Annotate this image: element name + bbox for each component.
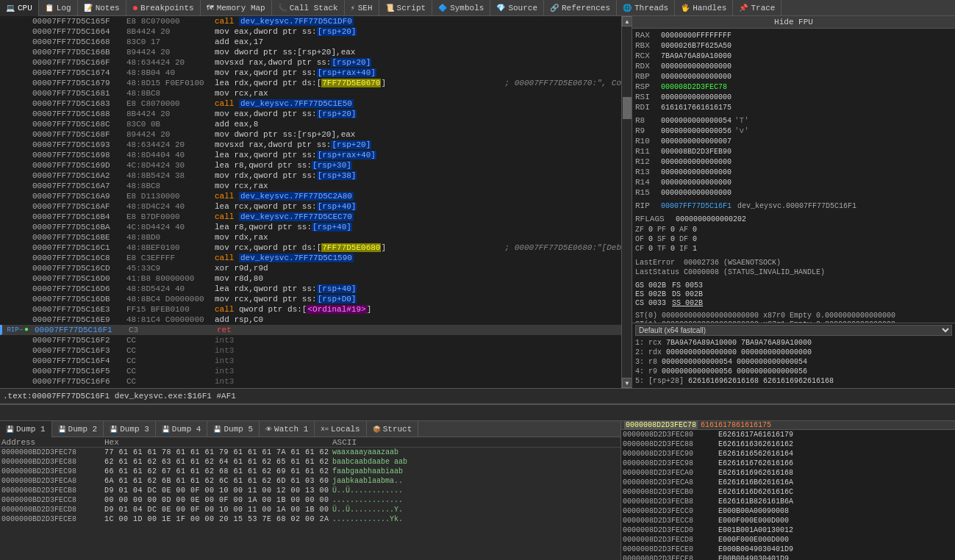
disasm-row[interactable]: 00007FF77D5C167948:8D15 F0EF0100lea rdx,… [0, 78, 621, 88]
tab-references[interactable]: 🔗 References [544, 0, 617, 16]
stack-row[interactable]: 0000008D2D3FEC90E6261616562616164 [621, 449, 955, 459]
stack-row[interactable]: 0000008D2D3FECB8E626161B826161B6A [621, 497, 955, 506]
scroll-down-btn[interactable]: ▼ [622, 378, 632, 388]
disasm-row[interactable]: 00007FF77D5C16BA4C:8D4424 40lea r8,qword… [0, 222, 621, 232]
disasm-row[interactable]: 00007FF77D5C16C148:8BEF0100mov rcx,qword… [0, 243, 621, 253]
tab-notes[interactable]: 📝 Notes [78, 0, 126, 16]
dump-tab-dump4[interactable]: 💾Dump 4 [156, 421, 208, 437]
dump-tab-locals[interactable]: x=Locals [315, 421, 366, 437]
disasm-row[interactable]: 00007FF77D5C16CD45:33C9xor r9d,r9d [0, 263, 621, 273]
dump-tab-struct[interactable]: 📦Struct [367, 421, 419, 437]
disasm-row[interactable]: 00007FF77D5C16A248:8B5424 38mov rdx,qwor… [0, 170, 621, 181]
disasm-instruction: call dev_keysvc.7FF77D5C1590 [215, 254, 621, 262]
stack-row[interactable]: 0000008D2D3FECB0E6261616D6261616C [621, 487, 955, 497]
disasm-row[interactable]: 00007FF77D5C1683E8 C8070000call dev_keys… [0, 98, 621, 109]
scroll-up-btn[interactable]: ▲ [622, 16, 632, 26]
disasm-row[interactable]: 00007FF77D5C16D041:B8 80000000mov r8d,80 [0, 273, 621, 284]
disasm-row[interactable]: 00007FF77D5C16A748:8BC8mov rcx,rax [0, 181, 621, 191]
tab-script[interactable]: 📜 Script [379, 0, 433, 16]
disasm-row[interactable]: 00007FF77D5C166F48:634424 20movsxd rax,d… [0, 57, 621, 68]
dump-tab-dump1[interactable]: 💾Dump 1 [0, 421, 52, 437]
disasm-row[interactable]: 00007FF77D5C16648B4424 20mov eax,dword p… [0, 26, 621, 37]
dump-row[interactable]: 0000000BD2D3FEC9866 61 61 62 67 61 61 62… [0, 467, 620, 476]
disasm-row[interactable]: 00007FF77D5C166883C0 17add eax,17 [0, 37, 621, 47]
disasm-row[interactable]: 00007FF77D5C16888B4424 20mov eax,dword p… [0, 109, 621, 119]
calling-convention-select[interactable]: Default (x64 fastcall) [635, 325, 952, 336]
disasm-row[interactable]: 00007FF77D5C16B4E8 B7DF0000call dev_keys… [0, 212, 621, 222]
stack-row[interactable]: 0000008D2D3FEC88E6261616362616162 [621, 439, 955, 449]
dump-tab-dump3[interactable]: 💾Dump 3 [104, 421, 156, 437]
tab-memory-map[interactable]: 🗺 Memory Map [201, 0, 272, 16]
hide-fpu-button[interactable]: Hide FPU [632, 16, 955, 29]
stack-address: 0000008D2D3FECA0 [623, 469, 718, 477]
disasm-row[interactable]: 00007FF77D5C16E948:81C4 C0000000add rsp,… [0, 315, 621, 325]
disasm-row[interactable]: 00007FF77D5C165FE8 8C070000call dev_keys… [0, 16, 621, 26]
calling-convention-row[interactable]: Default (x64 fastcall) [632, 323, 955, 337]
dump-row[interactable]: 0000000BD2D3FEC7877 61 61 61 78 61 61 61… [0, 448, 620, 457]
stack-row[interactable]: 0000008D2D3FECD8E000F000E000D000 [621, 535, 955, 545]
disasm-row[interactable]: 00007FF77D5C16DB48:8BC4 D0000000mov rcx,… [0, 294, 621, 304]
tab-symbols[interactable]: 🔷 Symbols [432, 0, 490, 16]
stack-row[interactable]: 0000008D2D3FECE0E000B0049030401D9 [621, 545, 955, 554]
tab-seh[interactable]: ⚡ SEH [345, 0, 379, 16]
stack-row[interactable]: 0000008D2D3FECC8E000F000E000D000 [621, 516, 955, 525]
stack-row[interactable]: 0000008D2D3FECA8E6261616B6261616A [621, 478, 955, 487]
stack-value: E6261616962616168 [718, 469, 793, 477]
disasm-row[interactable]: 00007FF77D5C16A9E8 D1130000call dev_keys… [0, 191, 621, 201]
tab-call-stack[interactable]: 📞 Call Stack [272, 0, 345, 16]
disasm-scrollbar[interactable]: ▲ ▼ [621, 16, 632, 388]
bottom-area: 💾Dump 1💾Dump 2💾Dump 3💾Dump 4💾Dump 5👁Watc… [0, 420, 955, 560]
tab-cpu[interactable]: 💻 CPU [0, 0, 39, 16]
tab-breakpoints[interactable]: ● Breakpoints [126, 0, 201, 16]
disasm-row[interactable]: 00007FF77D5C168148:8BC8mov rcx,rax [0, 88, 621, 98]
disasm-row[interactable]: 00007FF77D5C16F5CCint3 [0, 366, 621, 376]
scroll-thumb[interactable] [623, 97, 632, 119]
disasm-row[interactable]: 00007FF77D5C169348:634424 20movsxd rax,d… [0, 140, 621, 150]
disasm-row[interactable]: 00007FF77D5C16AF48:8D4C24 40lea rcx,qwor… [0, 201, 621, 212]
stack-row[interactable]: 0000008D2D3FECE8E00B0049030401D9 [621, 554, 955, 560]
disasm-row[interactable]: 00007FF77D5C166B894424 20mov dword ptr s… [0, 47, 621, 57]
tab-handles[interactable]: 🖐 Handles [675, 0, 733, 16]
disasm-row[interactable]: 00007FF77D5C16F2CCint3 [0, 335, 621, 345]
stack-row[interactable]: 0000008D2D3FECD0E001B001A00130012 [621, 525, 955, 535]
disasm-row[interactable]: 00007FF77D5C168F894424 20mov dword ptr s… [0, 129, 621, 140]
dump-tab-watch1[interactable]: 👁Watch 1 [260, 421, 315, 437]
arg-row: 4: r9 0000000000000056 0000000000000056 [635, 367, 952, 377]
stack-row[interactable]: 0000008D2D3FECC0E000B00A00090008 [621, 506, 955, 516]
scroll-track[interactable] [622, 26, 632, 378]
stack-address: 0000008D2D3FECE0 [623, 545, 718, 553]
dump-tab-dump2[interactable]: 💾Dump 2 [52, 421, 104, 437]
dump-tab-dump5[interactable]: 💾Dump 5 [207, 421, 260, 437]
source-icon: 💎 [496, 4, 505, 12]
disasm-row[interactable]: 00007FF77D5C169D4C:8D4424 30lea r8,qword… [0, 160, 621, 170]
disasm-row[interactable]: 00007FF77D5C16C8E8 C3EFFFFcall dev_keysv… [0, 253, 621, 263]
tab-log[interactable]: 📋 Log [39, 0, 78, 16]
disasm-address: 00007FF77D5C16A2 [31, 171, 126, 180]
stack-row[interactable]: 0000008D2D3FEC80E6261617A61616179 [621, 430, 955, 439]
dump-row[interactable]: 0000000BD2D3FECC800 00 00 00 0D 00 0E 00… [0, 495, 620, 505]
disasm-row[interactable]: 00007FF77D5C16F4CCint3 [0, 356, 621, 366]
stack-address: 0000008D2D3FEC80 [623, 431, 718, 439]
dump-hex: 6A 61 61 62 6B 61 61 62 6C 61 61 62 6D 6… [104, 477, 332, 485]
stack-row[interactable]: 0000008D2D3FECA0E6261616962616168 [621, 468, 955, 478]
tab-threads[interactable]: 🌐 Threads [617, 0, 675, 16]
stack-row[interactable]: 0000008D2D3FEC98E6261616762616166 [621, 459, 955, 468]
disasm-row[interactable]: 00007FF77D5C167448:8B04 40mov rax,qword … [0, 68, 621, 78]
dump-row[interactable]: 0000000BD2D3FECE81C 00 1D 00 1E 1F 00 00… [0, 514, 620, 524]
disasm-row[interactable]: 00007FF77D5C168C83C0 0Badd eax,8 [0, 119, 621, 129]
dump-row[interactable]: 0000000BD2D3FECD8D9 01 04 DC 0E 00 0F 00… [0, 505, 620, 514]
dump-row[interactable]: 0000000BD2D3FEC8862 61 61 62 63 61 61 62… [0, 457, 620, 467]
disasm-hex: FF15 BFEB0100 [126, 305, 215, 314]
disasm-row[interactable]: RIP→●00007FF77D5C16F1C3ret [0, 325, 621, 335]
tab-trace[interactable]: 📌 Trace [733, 0, 781, 16]
disasm-row[interactable]: 00007FF77D5C16E3FF15 BFEB0100call qword … [0, 304, 621, 315]
dump-row[interactable]: 0000000BD2D3FECA86A 61 61 62 6B 61 61 62… [0, 476, 620, 486]
disasm-inner[interactable]: 00007FF77D5C165FE8 8C070000call dev_keys… [0, 16, 621, 388]
disasm-row[interactable]: 00007FF77D5C16F6CCint3 [0, 376, 621, 387]
disasm-row[interactable]: 00007FF77D5C16BE48:8BD0mov rdx,rax [0, 232, 621, 243]
tab-source[interactable]: 💎 Source [490, 0, 544, 16]
disasm-row[interactable]: 00007FF77D5C16F3CCint3 [0, 345, 621, 356]
disasm-row[interactable]: 00007FF77D5C169848:8D4404 40lea rax,qwor… [0, 150, 621, 160]
dump-row[interactable]: 0000000BD2D3FECB8D9 01 04 DC 0E 00 0F 00… [0, 486, 620, 495]
disasm-row[interactable]: 00007FF77D5C16D648:8D5424 40lea rdx,qwor… [0, 284, 621, 294]
